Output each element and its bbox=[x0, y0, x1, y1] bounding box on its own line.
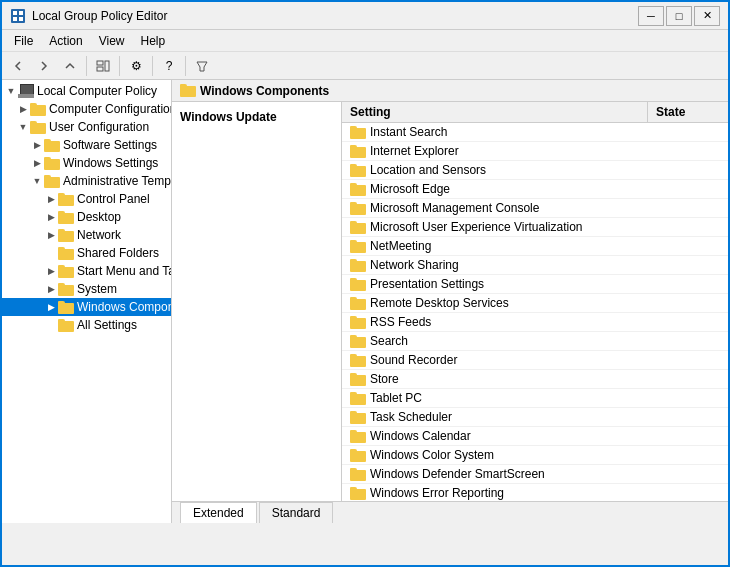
maximize-button[interactable]: □ bbox=[666, 6, 692, 26]
expander-wincomp[interactable]: ▶ bbox=[44, 300, 58, 314]
tree-item-local-computer-policy[interactable]: ▼ Local Computer Policy bbox=[2, 82, 171, 100]
window: Local Group Policy Editor ─ □ ✕ File Act… bbox=[0, 0, 730, 567]
menu-action[interactable]: Action bbox=[41, 32, 90, 50]
tree-item-control-panel[interactable]: ▶ Control Panel bbox=[2, 190, 171, 208]
row-search[interactable]: Search bbox=[342, 332, 728, 351]
col-header-setting: Setting bbox=[342, 102, 648, 122]
row-mgmt-console[interactable]: Microsoft Management Console bbox=[342, 199, 728, 218]
row-network-sharing[interactable]: Network Sharing bbox=[342, 256, 728, 275]
folder-icon-row bbox=[350, 316, 366, 329]
tree-label-wincomp: Windows Components bbox=[77, 300, 172, 314]
state-remote-desktop bbox=[648, 301, 728, 305]
folder-icon-row bbox=[350, 278, 366, 291]
tree-item-windows-settings[interactable]: ▶ Windows Settings bbox=[2, 154, 171, 172]
state-netmeeting bbox=[648, 244, 728, 248]
expander-windows-settings[interactable]: ▶ bbox=[30, 156, 44, 170]
row-tablet-pc[interactable]: Tablet PC bbox=[342, 389, 728, 408]
expander-user[interactable]: ▼ bbox=[16, 120, 30, 134]
folder-icon-row bbox=[350, 449, 366, 462]
tree-item-network[interactable]: ▶ Network bbox=[2, 226, 171, 244]
svg-rect-1 bbox=[13, 11, 17, 15]
svg-rect-2 bbox=[19, 11, 23, 15]
state-microsoft-edge bbox=[648, 187, 728, 191]
right-panel: Windows Components Windows Update Settin… bbox=[172, 80, 728, 523]
row-defender-smartscreen[interactable]: Windows Defender SmartScreen bbox=[342, 465, 728, 484]
row-microsoft-edge[interactable]: Microsoft Edge bbox=[342, 180, 728, 199]
row-netmeeting[interactable]: NetMeeting bbox=[342, 237, 728, 256]
tree-item-user-config[interactable]: ▼ User Configuration bbox=[2, 118, 171, 136]
window-title: Local Group Policy Editor bbox=[32, 9, 638, 23]
row-store[interactable]: Store bbox=[342, 370, 728, 389]
cell-sound-recorder: Sound Recorder bbox=[342, 351, 648, 369]
tab-standard[interactable]: Standard bbox=[259, 502, 334, 523]
folder-icon-row bbox=[350, 240, 366, 253]
menu-help[interactable]: Help bbox=[133, 32, 174, 50]
menu-file[interactable]: File bbox=[6, 32, 41, 50]
tab-extended[interactable]: Extended bbox=[180, 502, 257, 523]
expander-network[interactable]: ▶ bbox=[44, 228, 58, 242]
settings-pane[interactable]: Setting State Instant Search bbox=[342, 102, 728, 501]
tree-item-all-settings[interactable]: All Settings bbox=[2, 316, 171, 334]
row-user-exp-virt[interactable]: Microsoft User Experience Virtualization bbox=[342, 218, 728, 237]
svg-rect-7 bbox=[105, 61, 109, 71]
help-button[interactable]: ? bbox=[157, 55, 181, 77]
minimize-button[interactable]: ─ bbox=[638, 6, 664, 26]
cell-search: Search bbox=[342, 332, 648, 350]
folder-icon-row bbox=[350, 411, 366, 424]
tree-label-admin: Administrative Templates bbox=[63, 174, 172, 188]
folder-icon-windows-settings bbox=[44, 157, 60, 170]
content-area: Windows Update Setting State Instant Sea… bbox=[172, 102, 728, 501]
tree-item-software-settings[interactable]: ▶ Software Settings bbox=[2, 136, 171, 154]
tree-item-desktop[interactable]: ▶ Desktop bbox=[2, 208, 171, 226]
tree-item-windows-components[interactable]: ▶ Windows Components bbox=[2, 298, 171, 316]
tree-panel[interactable]: ▼ Local Computer Policy ▶ Computer Confi… bbox=[2, 80, 172, 523]
row-sound-recorder[interactable]: Sound Recorder bbox=[342, 351, 728, 370]
state-instant-search bbox=[648, 130, 728, 134]
row-color-system[interactable]: Windows Color System bbox=[342, 446, 728, 465]
row-windows-calendar[interactable]: Windows Calendar bbox=[342, 427, 728, 446]
tree-item-start-menu[interactable]: ▶ Start Menu and Taskbar bbox=[2, 262, 171, 280]
state-internet-explorer bbox=[648, 149, 728, 153]
forward-button[interactable] bbox=[32, 55, 56, 77]
back-button[interactable] bbox=[6, 55, 30, 77]
up-button[interactable] bbox=[58, 55, 82, 77]
state-tablet-pc bbox=[648, 396, 728, 400]
show-hide-button[interactable] bbox=[91, 55, 115, 77]
tree-item-admin-templates[interactable]: ▼ Administrative Templates bbox=[2, 172, 171, 190]
cell-instant-search: Instant Search bbox=[342, 123, 648, 141]
row-location-sensors[interactable]: Location and Sensors bbox=[342, 161, 728, 180]
tree-item-computer-config[interactable]: ▶ Computer Configuration bbox=[2, 100, 171, 118]
row-presentation-settings[interactable]: Presentation Settings bbox=[342, 275, 728, 294]
menu-bar: File Action View Help bbox=[2, 30, 728, 52]
row-task-scheduler[interactable]: Task Scheduler bbox=[342, 408, 728, 427]
filter-button[interactable] bbox=[190, 55, 214, 77]
row-instant-search[interactable]: Instant Search bbox=[342, 123, 728, 142]
expander-admin[interactable]: ▼ bbox=[30, 174, 44, 188]
state-sound-recorder bbox=[648, 358, 728, 362]
cell-mgmt-console: Microsoft Management Console bbox=[342, 199, 648, 217]
expander-start[interactable]: ▶ bbox=[44, 264, 58, 278]
expander-system[interactable]: ▶ bbox=[44, 282, 58, 296]
description-pane: Windows Update bbox=[172, 102, 342, 501]
expander-local[interactable]: ▼ bbox=[4, 84, 18, 98]
menu-view[interactable]: View bbox=[91, 32, 133, 50]
expander-desktop[interactable]: ▶ bbox=[44, 210, 58, 224]
cell-presentation-settings: Presentation Settings bbox=[342, 275, 648, 293]
folder-icon-row bbox=[350, 183, 366, 196]
expander-software[interactable]: ▶ bbox=[30, 138, 44, 152]
svg-rect-3 bbox=[13, 17, 17, 21]
expander-computer[interactable]: ▶ bbox=[16, 102, 30, 116]
expander-control[interactable]: ▶ bbox=[44, 192, 58, 206]
tree-label-start: Start Menu and Taskbar bbox=[77, 264, 172, 278]
row-remote-desktop[interactable]: Remote Desktop Services bbox=[342, 294, 728, 313]
row-rss-feeds[interactable]: RSS Feeds bbox=[342, 313, 728, 332]
tree-item-shared-folders[interactable]: ▶ Shared Folders bbox=[2, 244, 171, 262]
tree-label-software: Software Settings bbox=[63, 138, 157, 152]
pc-icon bbox=[18, 84, 34, 98]
row-internet-explorer[interactable]: Internet Explorer bbox=[342, 142, 728, 161]
tree-item-system[interactable]: ▶ System bbox=[2, 280, 171, 298]
close-button[interactable]: ✕ bbox=[694, 6, 720, 26]
properties-button[interactable]: ⚙ bbox=[124, 55, 148, 77]
title-bar: Local Group Policy Editor ─ □ ✕ bbox=[2, 2, 728, 30]
row-error-reporting[interactable]: Windows Error Reporting bbox=[342, 484, 728, 501]
